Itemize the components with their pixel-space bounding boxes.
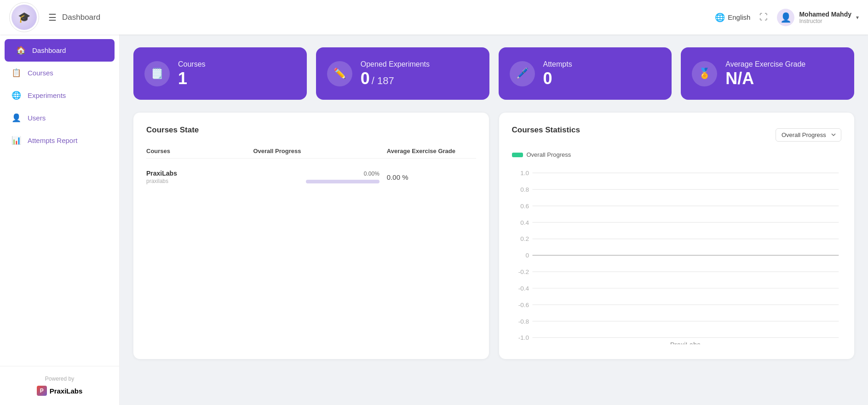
progress-cell: 0.00% bbox=[253, 171, 386, 183]
stat-card-courses: 🗒️ Courses 1 bbox=[133, 47, 307, 100]
sidebar-item-attempts-report[interactable]: 📊 Attempts Report bbox=[0, 129, 119, 152]
avatar: 👤 bbox=[777, 9, 794, 26]
experiments-icon: 🌐 bbox=[11, 91, 21, 100]
sidebar: 🏠 Dashboard 📋 Courses 🌐 Experiments 👤 Us… bbox=[0, 34, 120, 405]
chart-title: Courses Statistics bbox=[512, 125, 580, 135]
svg-text:-0.8: -0.8 bbox=[518, 318, 529, 325]
svg-text:0.2: 0.2 bbox=[520, 235, 529, 242]
courses-state-title: Courses State bbox=[146, 125, 476, 135]
sidebar-item-users[interactable]: 👤 Users bbox=[0, 107, 119, 129]
stat-value: 0 bbox=[543, 70, 572, 87]
stat-label: Opened Experiments bbox=[361, 60, 430, 68]
svg-text:-0.2: -0.2 bbox=[518, 268, 529, 275]
stat-value-secondary: / 187 bbox=[372, 75, 394, 87]
bottom-row: Courses State CoursesOverall ProgressAve… bbox=[133, 113, 854, 359]
stat-value: N/A bbox=[725, 70, 805, 87]
stat-icon: 🏅 bbox=[692, 61, 717, 86]
stat-card-inner: ✏️ Opened Experiments 0/ 187 bbox=[327, 60, 478, 87]
course-name-cell: PraxiLabs praxilabs bbox=[146, 170, 253, 184]
sidebar-item-label: Users bbox=[28, 114, 46, 122]
brand-icon: P bbox=[37, 386, 47, 396]
stat-icon: 🖊️ bbox=[510, 61, 535, 86]
progress-bar-bg bbox=[306, 180, 379, 183]
sidebar-item-experiments[interactable]: 🌐 Experiments bbox=[0, 84, 119, 107]
page-title: Dashboard bbox=[62, 13, 715, 22]
chart-dropdown[interactable]: Overall Progress bbox=[776, 128, 841, 142]
globe-icon: 🌐 bbox=[715, 12, 725, 23]
svg-text:PraxiLabs: PraxiLabs bbox=[670, 341, 700, 344]
stat-info: Attempts 0 bbox=[543, 60, 572, 87]
sidebar-nav: 🏠 Dashboard 📋 Courses 🌐 Experiments 👤 Us… bbox=[0, 39, 119, 366]
stat-label: Courses bbox=[178, 60, 206, 68]
powered-by-label: Powered by bbox=[9, 376, 110, 382]
stat-label: Average Exercise Grade bbox=[725, 60, 805, 68]
legend-dot bbox=[512, 153, 523, 157]
stats-row: 🗒️ Courses 1 ✏️ Opened Experiments 0/ 18… bbox=[133, 47, 854, 100]
users-icon: 👤 bbox=[11, 113, 21, 123]
sidebar-footer: Powered by P PraxiLabs bbox=[0, 366, 119, 405]
sidebar-item-label: Experiments bbox=[28, 91, 66, 99]
courses-state-panel: Courses State CoursesOverall ProgressAve… bbox=[133, 113, 489, 359]
course-name: PraxiLabs bbox=[146, 170, 253, 177]
brand-name: PraxiLabs bbox=[50, 387, 83, 395]
stat-card-avg-grade: 🏅 Average Exercise Grade N/A bbox=[681, 47, 854, 100]
user-role: Instructor bbox=[799, 18, 851, 24]
sidebar-item-label: Dashboard bbox=[32, 46, 66, 54]
header-right: 🌐 English ⛶ 👤 Mohamed Mahdy Instructor ▾ bbox=[715, 9, 859, 26]
logo: 🎓 bbox=[9, 2, 39, 32]
course-sub: praxilabs bbox=[146, 178, 253, 184]
table-header-cell: Average Exercise Grade bbox=[387, 148, 476, 154]
language-label: English bbox=[728, 13, 750, 21]
courses-statistics-panel: Courses Statistics Overall Progress Over… bbox=[499, 113, 855, 359]
svg-text:0.8: 0.8 bbox=[520, 186, 529, 193]
user-name: Mohamed Mahdy bbox=[799, 11, 851, 18]
sidebar-item-courses[interactable]: 📋 Courses bbox=[0, 62, 119, 84]
stat-card-inner: 🖊️ Attempts 0 bbox=[510, 60, 661, 87]
stat-value: 1 bbox=[178, 70, 206, 87]
table-body: PraxiLabs praxilabs 0.00% 0.00 % bbox=[146, 163, 476, 191]
stat-info: Courses 1 bbox=[178, 60, 206, 87]
language-selector[interactable]: 🌐 English bbox=[715, 12, 750, 23]
chart-legend: Overall Progress bbox=[512, 151, 842, 158]
svg-text:-0.4: -0.4 bbox=[518, 285, 529, 292]
svg-text:0.6: 0.6 bbox=[520, 203, 529, 210]
attempts-report-icon: 📊 bbox=[11, 136, 21, 145]
stat-card-inner: 🏅 Average Exercise Grade N/A bbox=[692, 60, 843, 87]
stat-icon: 🗒️ bbox=[144, 61, 170, 86]
legend-label: Overall Progress bbox=[527, 151, 571, 158]
menu-toggle-button[interactable]: ☰ bbox=[48, 12, 57, 23]
user-name-block: Mohamed Mahdy Instructor bbox=[799, 11, 851, 24]
table-header: CoursesOverall ProgressAverage Exercise … bbox=[146, 144, 476, 159]
main-content: 🗒️ Courses 1 ✏️ Opened Experiments 0/ 18… bbox=[120, 34, 868, 405]
chart-header: Courses Statistics Overall Progress bbox=[512, 125, 842, 144]
sidebar-item-label: Courses bbox=[28, 69, 53, 77]
stat-value: 0 bbox=[361, 70, 370, 87]
chart-svg: 1.0 0.8 0.6 0.4 0.2 0 -0.2 -0.4 -0.6 -0.… bbox=[512, 163, 842, 344]
svg-text:-1.0: -1.0 bbox=[518, 334, 529, 341]
svg-text:0: 0 bbox=[525, 252, 529, 259]
stat-icon: ✏️ bbox=[327, 61, 352, 86]
layout: 🏠 Dashboard 📋 Courses 🌐 Experiments 👤 Us… bbox=[0, 34, 868, 405]
chevron-down-icon: ▾ bbox=[856, 14, 859, 21]
user-menu[interactable]: 👤 Mohamed Mahdy Instructor ▾ bbox=[777, 9, 859, 26]
courses-icon: 📋 bbox=[11, 68, 21, 78]
stat-card-attempts: 🖊️ Attempts 0 bbox=[499, 47, 672, 100]
stat-card-opened-experiments: ✏️ Opened Experiments 0/ 187 bbox=[316, 47, 489, 100]
fullscreen-button[interactable]: ⛶ bbox=[759, 12, 768, 22]
header: 🎓 ☰ Dashboard 🌐 English ⛶ 👤 Mohamed Mahd… bbox=[0, 0, 868, 34]
table-header-cell: Courses bbox=[146, 148, 253, 154]
svg-text:-0.6: -0.6 bbox=[518, 302, 529, 308]
table-row: PraxiLabs praxilabs 0.00% 0.00 % bbox=[146, 163, 476, 191]
logo-icon: 🎓 bbox=[11, 5, 37, 30]
stat-card-inner: 🗒️ Courses 1 bbox=[144, 60, 296, 87]
table-header-cell: Overall Progress bbox=[253, 148, 386, 154]
stat-info: Average Exercise Grade N/A bbox=[725, 60, 805, 87]
stat-label: Attempts bbox=[543, 60, 572, 68]
stat-info: Opened Experiments 0/ 187 bbox=[361, 60, 430, 87]
svg-text:0.4: 0.4 bbox=[520, 219, 529, 226]
dashboard-icon: 🏠 bbox=[16, 46, 26, 55]
sidebar-item-label: Attempts Report bbox=[28, 137, 77, 144]
sidebar-item-dashboard[interactable]: 🏠 Dashboard bbox=[5, 39, 115, 62]
svg-text:1.0: 1.0 bbox=[520, 170, 529, 177]
brand-logo: P PraxiLabs bbox=[9, 386, 110, 396]
